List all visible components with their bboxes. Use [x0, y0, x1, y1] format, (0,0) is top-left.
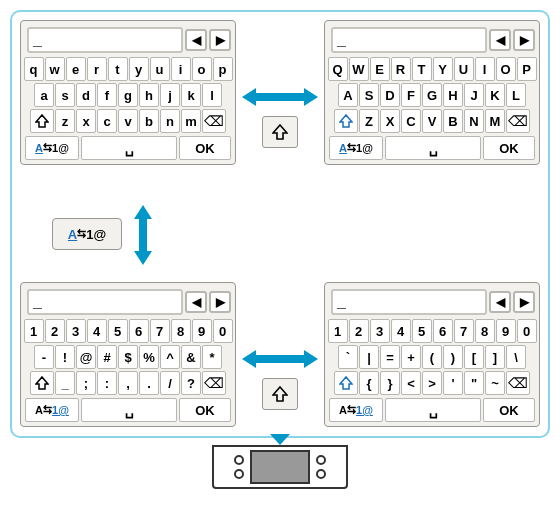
character-key[interactable]: D — [380, 83, 400, 107]
character-key[interactable]: n — [160, 109, 180, 133]
character-key[interactable]: U — [454, 57, 474, 81]
caret-left-button[interactable]: ◀ — [489, 291, 511, 313]
character-key[interactable]: B — [443, 109, 463, 133]
character-key[interactable]: : — [97, 371, 117, 395]
caret-left-button[interactable]: ◀ — [185, 291, 207, 313]
character-key[interactable]: ( — [422, 345, 442, 369]
character-key[interactable]: e — [66, 57, 86, 81]
mode-toggle-key[interactable]: A⇆1@ — [329, 136, 383, 160]
character-key[interactable]: 4 — [87, 319, 107, 343]
character-key[interactable]: 5 — [108, 319, 128, 343]
shift-key[interactable] — [30, 109, 54, 133]
character-key[interactable]: z — [55, 109, 75, 133]
character-key[interactable]: G — [422, 83, 442, 107]
character-key[interactable]: a — [34, 83, 54, 107]
shift-key-active[interactable] — [334, 371, 358, 395]
character-key[interactable]: _ — [55, 371, 75, 395]
shift-key[interactable] — [30, 371, 54, 395]
shift-key-active[interactable] — [334, 109, 358, 133]
character-key[interactable]: V — [422, 109, 442, 133]
character-key[interactable]: 5 — [412, 319, 432, 343]
character-key[interactable]: & — [181, 345, 201, 369]
character-key[interactable]: R — [391, 57, 411, 81]
character-key[interactable]: y — [129, 57, 149, 81]
ok-key[interactable]: OK — [483, 398, 535, 422]
character-key[interactable]: s — [55, 83, 75, 107]
space-key[interactable]: ␣ — [81, 136, 177, 160]
mode-toggle-key[interactable]: A⇆1@ — [25, 136, 79, 160]
character-key[interactable]: 7 — [454, 319, 474, 343]
character-key[interactable]: d — [76, 83, 96, 107]
character-key[interactable]: x — [76, 109, 96, 133]
character-key[interactable]: l — [202, 83, 222, 107]
character-key[interactable]: 6 — [129, 319, 149, 343]
backspace-key[interactable]: ⌫ — [202, 109, 226, 133]
character-key[interactable]: j — [160, 83, 180, 107]
character-key[interactable]: 3 — [370, 319, 390, 343]
space-key[interactable]: ␣ — [81, 398, 177, 422]
character-key[interactable]: k — [181, 83, 201, 107]
character-key[interactable]: o — [192, 57, 212, 81]
character-key[interactable]: ? — [181, 371, 201, 395]
character-key[interactable]: v — [118, 109, 138, 133]
caret-right-button[interactable]: ▶ — [209, 291, 231, 313]
character-key[interactable]: , — [118, 371, 138, 395]
character-key[interactable]: 3 — [66, 319, 86, 343]
text-input[interactable]: _ — [331, 289, 487, 315]
character-key[interactable]: K — [485, 83, 505, 107]
character-key[interactable]: i — [171, 57, 191, 81]
character-key[interactable]: % — [139, 345, 159, 369]
character-key[interactable]: > — [422, 371, 442, 395]
character-key[interactable]: 0 — [517, 319, 537, 343]
character-key[interactable]: q — [24, 57, 44, 81]
character-key[interactable]: O — [496, 57, 516, 81]
character-key[interactable]: + — [401, 345, 421, 369]
character-key[interactable]: @ — [76, 345, 96, 369]
character-key[interactable]: c — [97, 109, 117, 133]
character-key[interactable]: / — [160, 371, 180, 395]
character-key[interactable]: # — [97, 345, 117, 369]
character-key[interactable]: { — [359, 371, 379, 395]
character-key[interactable]: 1 — [328, 319, 348, 343]
character-key[interactable]: ; — [76, 371, 96, 395]
space-key[interactable]: ␣ — [385, 398, 481, 422]
character-key[interactable]: g — [118, 83, 138, 107]
character-key[interactable]: b — [139, 109, 159, 133]
character-key[interactable]: H — [443, 83, 463, 107]
caret-right-button[interactable]: ▶ — [513, 291, 535, 313]
text-input[interactable]: _ — [27, 289, 183, 315]
character-key[interactable]: L — [506, 83, 526, 107]
character-key[interactable]: J — [464, 83, 484, 107]
character-key[interactable]: Q — [328, 57, 348, 81]
character-key[interactable]: ] — [485, 345, 505, 369]
character-key[interactable]: \ — [506, 345, 526, 369]
backspace-key[interactable]: ⌫ — [506, 371, 530, 395]
character-key[interactable]: I — [475, 57, 495, 81]
character-key[interactable]: 0 — [213, 319, 233, 343]
character-key[interactable]: . — [139, 371, 159, 395]
character-key[interactable]: u — [150, 57, 170, 81]
caret-left-button[interactable]: ◀ — [489, 29, 511, 51]
character-key[interactable]: T — [412, 57, 432, 81]
character-key[interactable]: M — [485, 109, 505, 133]
character-key[interactable]: * — [202, 345, 222, 369]
character-key[interactable]: [ — [464, 345, 484, 369]
character-key[interactable]: m — [181, 109, 201, 133]
character-key[interactable]: $ — [118, 345, 138, 369]
character-key[interactable]: ` — [338, 345, 358, 369]
character-key[interactable]: A — [338, 83, 358, 107]
text-input[interactable]: _ — [331, 27, 487, 53]
character-key[interactable]: F — [401, 83, 421, 107]
character-key[interactable]: 6 — [433, 319, 453, 343]
ok-key[interactable]: OK — [179, 136, 231, 160]
caret-right-button[interactable]: ▶ — [209, 29, 231, 51]
character-key[interactable]: " — [464, 371, 484, 395]
caret-right-button[interactable]: ▶ — [513, 29, 535, 51]
character-key[interactable]: W — [349, 57, 369, 81]
character-key[interactable]: 2 — [349, 319, 369, 343]
text-input[interactable]: _ — [27, 27, 183, 53]
character-key[interactable]: 2 — [45, 319, 65, 343]
character-key[interactable]: } — [380, 371, 400, 395]
character-key[interactable]: X — [380, 109, 400, 133]
character-key[interactable]: 8 — [171, 319, 191, 343]
